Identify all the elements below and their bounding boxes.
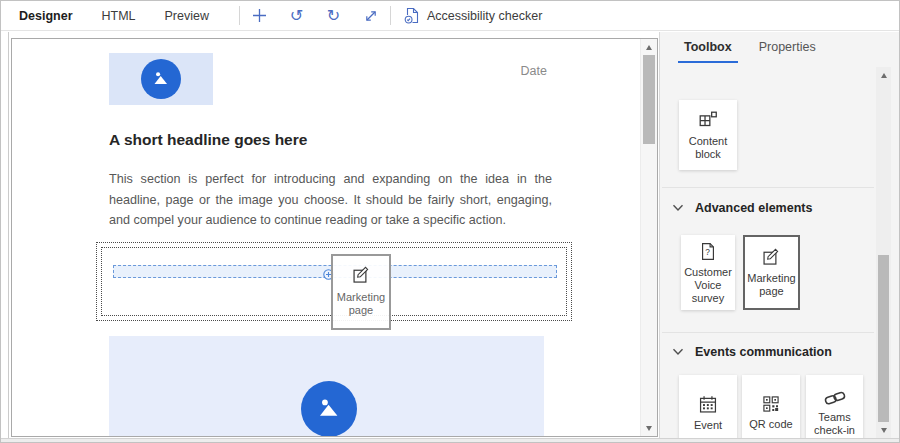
toolbox-tile-marketing-page[interactable]: Marketing page — [743, 235, 800, 310]
bottom-strip — [1, 438, 900, 443]
undo-button[interactable]: ↺ — [278, 1, 315, 30]
image-placeholder-top[interactable] — [109, 53, 213, 105]
side-panel: Toolbox Properties Content block Advance… — [659, 32, 900, 438]
toolbox-tile-content-block[interactable]: Content block — [679, 100, 737, 170]
image-placeholder-icon — [141, 59, 181, 99]
edit-page-icon — [351, 265, 372, 286]
chevron-down-icon — [672, 348, 684, 356]
qr-code-icon — [761, 394, 781, 414]
tab-properties[interactable]: Properties — [759, 32, 816, 63]
tile-label: Content block — [679, 135, 737, 161]
design-canvas: Date A short headline goes here This sec… — [11, 38, 658, 437]
toolbar-divider — [239, 6, 240, 25]
toolbox-list: Content block Advanced elements ? Custom… — [660, 63, 900, 438]
panel-scrollbar[interactable] — [876, 67, 891, 438]
tab-designer[interactable]: Designer — [19, 9, 73, 23]
tile-label: Event — [694, 419, 722, 432]
panel-tabs: Toolbox Properties — [660, 32, 900, 63]
toolbox-tile-event[interactable]: Event — [679, 375, 737, 443]
tile-label: Teams check-in — [806, 411, 863, 437]
accessibility-checker-button[interactable]: Accessibility checker — [392, 1, 554, 30]
tile-label: Marketing page — [745, 272, 798, 298]
marketing-page-designer: Designer HTML Preview ↺ ↻ Accessibility — [0, 0, 900, 443]
section-title: Events communication — [695, 345, 832, 359]
calendar-icon — [697, 394, 719, 415]
scroll-up-icon[interactable] — [641, 40, 657, 54]
add-icon — [252, 8, 267, 23]
drag-ghost-marketing-page[interactable]: Marketing page — [331, 254, 391, 330]
section-divider — [662, 332, 874, 333]
accessibility-checker-label: Accessibility checker — [427, 9, 542, 23]
svg-text:?: ? — [705, 246, 710, 256]
chain-link-icon — [823, 389, 847, 407]
panel-scrollbar-thumb[interactable] — [878, 255, 889, 422]
section-header-advanced-elements[interactable]: Advanced elements — [672, 201, 812, 215]
body-paragraph[interactable]: This section is perfect for introducing … — [109, 169, 552, 231]
headline-text[interactable]: A short headline goes here — [109, 131, 307, 149]
scroll-down-icon[interactable] — [641, 421, 657, 435]
date-field[interactable]: Date — [521, 64, 547, 78]
section-header-events-communication[interactable]: Events communication — [672, 345, 832, 359]
frame-line — [8, 32, 9, 438]
redo-button[interactable]: ↻ — [315, 1, 352, 30]
scroll-up-icon[interactable] — [876, 68, 891, 82]
section-title: Advanced elements — [695, 201, 812, 215]
content-block-icon — [697, 109, 719, 131]
toolbar-divider — [390, 6, 391, 25]
toolbox-tile-customer-voice-survey[interactable]: ? Customer Voice survey — [681, 235, 735, 310]
toolbar: Designer HTML Preview ↺ ↻ Accessibility — [1, 1, 899, 31]
edit-page-icon — [761, 247, 782, 268]
add-button[interactable] — [241, 1, 278, 30]
tab-html[interactable]: HTML — [102, 9, 136, 23]
drag-ghost-label: Marketing page — [333, 291, 389, 317]
image-placeholder-bottom[interactable] — [109, 336, 544, 436]
section-divider — [662, 187, 874, 188]
expand-icon — [364, 9, 378, 23]
image-placeholder-icon — [301, 381, 357, 436]
toolbox-tile-teams-check-in[interactable]: Teams check-in — [806, 375, 863, 443]
tile-label: Customer Voice survey — [681, 266, 735, 305]
undo-icon: ↺ — [290, 8, 303, 24]
survey-question-icon: ? — [698, 241, 718, 262]
email-body: Date A short headline goes here This sec… — [12, 39, 640, 436]
accessibility-checker-icon — [404, 7, 419, 24]
canvas-scrollbar[interactable] — [640, 39, 657, 436]
toolbox-tile-qr-code[interactable]: QR code — [742, 375, 800, 443]
expand-button[interactable] — [352, 1, 389, 30]
chevron-down-icon — [672, 204, 684, 212]
canvas-scrollbar-thumb[interactable] — [643, 55, 655, 144]
tab-preview[interactable]: Preview — [165, 9, 209, 23]
tab-toolbox[interactable]: Toolbox — [684, 32, 732, 63]
redo-icon: ↻ — [327, 8, 340, 24]
tile-label: QR code — [749, 418, 792, 431]
scroll-down-icon[interactable] — [876, 423, 891, 437]
